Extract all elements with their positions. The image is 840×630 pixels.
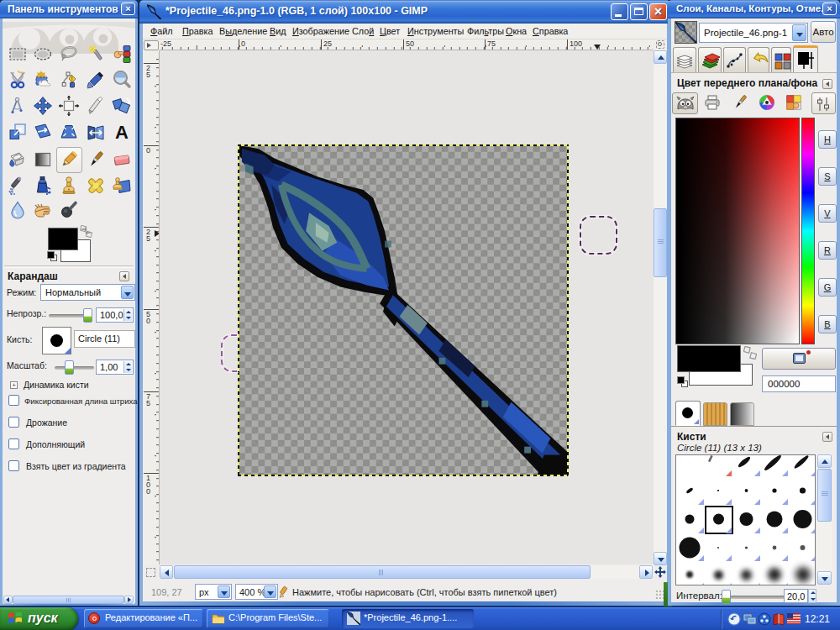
svg-text:A: A [115,122,129,142]
